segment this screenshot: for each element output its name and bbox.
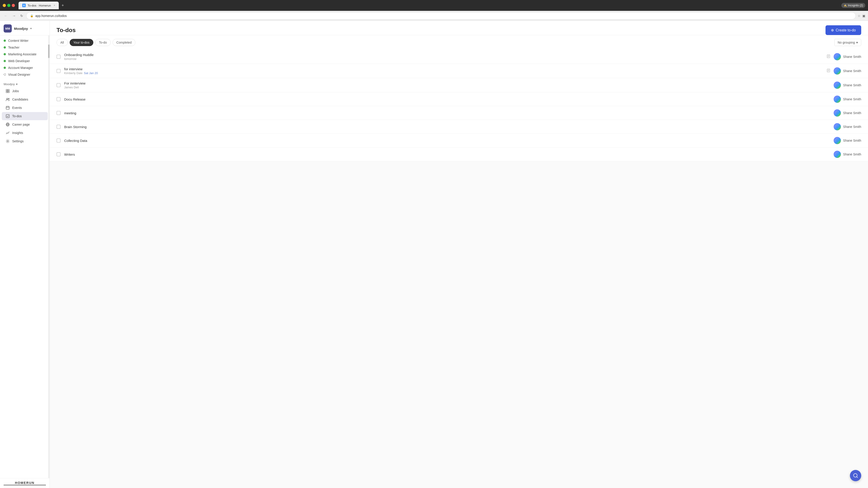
grouping-dropdown[interactable]: No grouping ▾: [834, 39, 861, 46]
scrollbar-thumb[interactable]: [48, 44, 50, 58]
sidebar-candidate-item[interactable]: Marketing Associate: [0, 51, 50, 58]
sidebar-item-career-page[interactable]: Career page: [2, 121, 48, 129]
todo-title: For innterview: [64, 81, 830, 85]
sidebar-candidate-item[interactable]: Content Writer: [0, 37, 50, 44]
section-label-text: Moodjoy: [4, 83, 15, 86]
chat-support-button[interactable]: [850, 470, 861, 481]
svg-rect-2: [6, 91, 7, 93]
back-button[interactable]: ←: [3, 13, 9, 19]
minimize-button[interactable]: [3, 4, 6, 7]
filter-bar: AllYour to-dosTo-doCompleted No grouping…: [50, 35, 868, 50]
filter-tab-completed[interactable]: Completed: [113, 39, 135, 46]
assignee-avatar: [834, 137, 841, 144]
assignee-avatar: [834, 82, 841, 89]
sidebar-section-moodjoy[interactable]: Moodjoy ▾: [0, 80, 50, 87]
todo-checkbox[interactable]: [57, 69, 61, 73]
settings-icon: [5, 139, 10, 143]
filter-tab-to-do[interactable]: To-do: [95, 39, 111, 46]
candidate-label: Marketing Associate: [8, 53, 36, 56]
events-label: Events: [12, 106, 22, 109]
todo-note-icon: [827, 54, 831, 59]
candidates-icon: [5, 97, 10, 102]
maximize-button[interactable]: [7, 4, 10, 7]
create-todo-button[interactable]: ⊕ Create to-do: [826, 25, 861, 35]
todo-checkbox[interactable]: [57, 97, 61, 101]
page-title: To-dos: [57, 27, 76, 34]
todo-checkbox[interactable]: [57, 111, 61, 115]
sidebar-item-candidates[interactable]: Candidates: [2, 95, 48, 103]
tab-close-button[interactable]: ×: [54, 4, 55, 7]
scrollbar-track[interactable]: [48, 35, 50, 478]
active-tab[interactable]: H To-dos · Homerun ×: [19, 2, 59, 9]
assignee-avatar: [834, 151, 841, 158]
nav-items: JobsCandidatesEventsTo-dosCareer pageIns…: [0, 87, 50, 145]
svg-point-5: [8, 98, 9, 99]
todo-checkbox[interactable]: [57, 83, 61, 87]
candidate-label: Web Developer: [8, 59, 30, 63]
address-bar[interactable]: 🔒 app.homerun.co/todos: [26, 12, 856, 20]
sidebar-candidate-item[interactable]: Visual Designer: [0, 71, 50, 78]
org-name: Moodjoy: [14, 27, 28, 31]
sidebar-item-todos[interactable]: To-dos: [2, 112, 48, 120]
homerun-logo: HOMERUN: [4, 481, 46, 485]
sidebar-candidate-item[interactable]: Account Manager: [0, 64, 50, 71]
todo-info: Onboarding Huddletomorrow: [64, 53, 823, 61]
new-tab-button[interactable]: +: [60, 3, 66, 8]
sidebar-scroll-area: Content WriterTeacherMarketing Associate…: [0, 35, 50, 478]
forward-button[interactable]: →: [11, 13, 17, 19]
todo-item[interactable]: meetingShane Smith: [50, 106, 868, 120]
todo-checkbox[interactable]: [57, 125, 61, 129]
split-view-button[interactable]: ▣: [862, 14, 865, 18]
tab-bar: H To-dos · Homerun × +: [19, 2, 839, 9]
jobs-icon: [5, 89, 10, 93]
todo-meta: tomorrow: [64, 57, 823, 61]
close-button[interactable]: [12, 4, 15, 7]
todo-item[interactable]: For innterviewJames DellShane Smith: [50, 78, 868, 92]
todo-note-icon: [827, 68, 831, 73]
reload-button[interactable]: ↻: [19, 13, 24, 19]
org-dropdown-chevron[interactable]: ▾: [30, 27, 32, 30]
sidebar-item-jobs[interactable]: Jobs: [2, 87, 48, 95]
bookmark-button[interactable]: ☆: [858, 14, 861, 18]
todo-assignee: Shane Smith: [834, 109, 861, 117]
career-page-icon: [5, 122, 10, 127]
tab-title: To-dos · Homerun: [28, 4, 51, 7]
sidebar-candidate-item[interactable]: Web Developer: [0, 58, 50, 64]
todo-meta: James Dell: [64, 86, 830, 89]
assignee-name: Shane Smith: [843, 97, 861, 101]
todo-item[interactable]: Docu ReleaseShane Smith: [50, 92, 868, 106]
filter-tab-your-to-dos[interactable]: Your to-dos: [70, 39, 93, 46]
filter-tab-all[interactable]: All: [57, 39, 68, 46]
todo-assignee: Shane Smith: [834, 123, 861, 130]
sidebar-item-settings[interactable]: Settings: [2, 137, 48, 145]
assignee-name: Shane Smith: [843, 139, 861, 142]
main-header: To-dos ⊕ Create to-do: [50, 21, 868, 35]
sidebar: MM Moodjoy ▾ Content WriterTeacherMarket…: [0, 21, 50, 488]
todo-assignee: Shane Smith: [834, 151, 861, 158]
todo-item[interactable]: WritersShane Smith: [50, 148, 868, 161]
tab-favicon: H: [22, 4, 26, 7]
todo-item[interactable]: Collecting DataShane Smith: [50, 134, 868, 148]
sidebar-item-insights[interactable]: Insights: [2, 129, 48, 137]
svg-rect-3: [8, 91, 9, 93]
sidebar-item-events[interactable]: Events: [2, 104, 48, 112]
todo-checkbox[interactable]: [57, 152, 61, 156]
todo-meta-date: Sat Jan 20: [84, 71, 98, 75]
todo-checkbox[interactable]: [57, 55, 61, 59]
sidebar-candidate-item[interactable]: Teacher: [0, 44, 50, 51]
todo-item[interactable]: Brain StormingShane Smith: [50, 120, 868, 134]
todo-item[interactable]: Onboarding HuddletomorrowShane Smith: [50, 50, 868, 64]
todo-info: For innterviewJames Dell: [64, 81, 830, 89]
navigation-bar: ← → ↻ 🔒 app.homerun.co/todos ☆ ▣: [0, 11, 868, 21]
todo-item[interactable]: for interviewKimberly DaleSat Jan 20Shan…: [50, 64, 868, 78]
todo-meta: Kimberly DaleSat Jan 20: [64, 71, 823, 75]
incognito-indicator[interactable]: 🕵 Incognito (2): [841, 3, 865, 8]
candidate-label: Teacher: [8, 46, 20, 49]
todo-title: Docu Release: [64, 97, 830, 101]
app-layout: MM Moodjoy ▾ Content WriterTeacherMarket…: [0, 21, 868, 488]
todo-checkbox[interactable]: [57, 138, 61, 142]
settings-label: Settings: [12, 139, 24, 143]
todo-info: Brain Storming: [64, 125, 830, 129]
candidate-label: Visual Designer: [8, 73, 30, 76]
todo-info: Collecting Data: [64, 139, 830, 142]
